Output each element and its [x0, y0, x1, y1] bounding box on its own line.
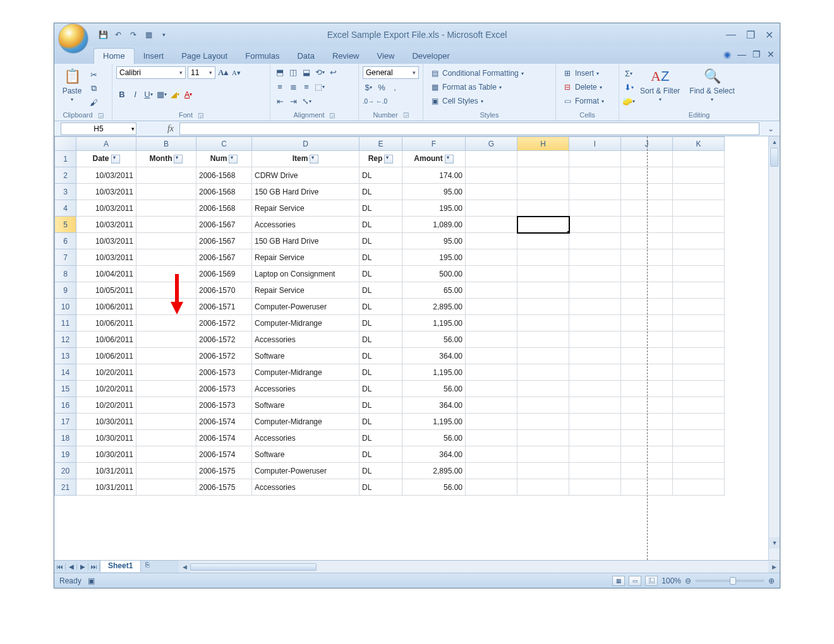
filter-date-icon[interactable] [111, 155, 120, 164]
cell[interactable] [517, 414, 569, 430]
cell[interactable]: DL [360, 217, 402, 233]
cell[interactable] [517, 348, 569, 364]
cell[interactable]: 56.00 [402, 430, 466, 446]
cell[interactable] [517, 364, 569, 381]
cell[interactable] [136, 249, 196, 266]
cell[interactable]: 2006-1575 [196, 463, 252, 479]
cell[interactable] [569, 463, 621, 479]
cell[interactable] [517, 200, 569, 217]
cell[interactable]: Software [252, 397, 360, 414]
cell[interactable] [673, 217, 725, 233]
cell[interactable]: 2006-1572 [196, 331, 252, 348]
cell[interactable] [673, 233, 725, 249]
cell[interactable] [569, 184, 621, 200]
col-header-E[interactable]: E [360, 137, 402, 151]
cell[interactable] [517, 151, 569, 167]
cell[interactable]: Accessories [252, 479, 360, 496]
cell[interactable] [466, 282, 517, 299]
cell[interactable] [136, 397, 196, 414]
cell[interactable]: 364.00 [402, 397, 466, 414]
row-header-3[interactable]: 3 [55, 184, 76, 200]
cell[interactable]: 2006-1572 [196, 348, 252, 364]
cell[interactable]: 10/04/2011 [76, 266, 136, 282]
new-sheet-icon[interactable]: ⎘ [141, 561, 154, 573]
cell[interactable]: DL [360, 479, 402, 496]
cell[interactable]: 2006-1568 [196, 200, 252, 217]
delete-cells-button[interactable]: ⊟Delete▾ [560, 81, 615, 93]
cell[interactable]: 2006-1573 [196, 397, 252, 414]
page-layout-view-icon[interactable]: ▭ [629, 576, 641, 586]
cell[interactable] [466, 397, 517, 414]
row-header-2[interactable]: 2 [55, 167, 76, 184]
cell[interactable]: 10/03/2011 [76, 217, 136, 233]
filter-item-icon[interactable] [310, 155, 318, 164]
cell[interactable] [517, 331, 569, 348]
office-button[interactable] [58, 23, 88, 54]
cell[interactable] [569, 381, 621, 397]
row-header-1[interactable]: 1 [55, 151, 76, 167]
conditional-formatting-button[interactable]: ▤Conditional Formatting▾ [427, 68, 552, 79]
cell[interactable]: DL [360, 331, 402, 348]
cell[interactable]: 10/31/2011 [76, 479, 136, 496]
cell[interactable] [466, 184, 517, 200]
cell[interactable]: 150 GB Hard Drive [252, 233, 360, 249]
restore-icon[interactable]: ❐ [746, 29, 755, 41]
cell[interactable] [517, 430, 569, 446]
col-header-H[interactable]: H [517, 137, 569, 151]
cell[interactable]: 95.00 [402, 233, 466, 249]
cell[interactable]: Accessories [252, 217, 360, 233]
tab-data[interactable]: Data [288, 49, 323, 64]
cell[interactable] [466, 299, 517, 315]
comma-icon[interactable]: , [389, 81, 401, 93]
horizontal-scrollbar[interactable]: ◀ ▶ [179, 561, 780, 573]
filter-num-icon[interactable] [229, 155, 238, 164]
cell[interactable]: Accessories [252, 381, 360, 397]
row-header-16[interactable]: 16 [55, 397, 76, 414]
tab-developer[interactable]: Developer [403, 49, 458, 64]
cell[interactable]: 10/03/2011 [76, 184, 136, 200]
italic-icon[interactable]: I [130, 89, 141, 100]
format-cells-button[interactable]: ▭Format▾ [560, 95, 615, 107]
cell[interactable]: Computer-Poweruser [252, 299, 360, 315]
cell[interactable] [136, 266, 196, 282]
cell[interactable]: 2006-1568 [196, 184, 252, 200]
cell[interactable] [517, 282, 569, 299]
cell[interactable] [517, 299, 569, 315]
cell[interactable] [466, 348, 517, 364]
cell[interactable] [569, 315, 621, 331]
cell[interactable] [673, 266, 725, 282]
row-header-5[interactable]: 5 [55, 217, 76, 233]
align-bottom-icon[interactable]: ⬓ [301, 66, 312, 78]
cell[interactable] [673, 364, 725, 381]
cell[interactable]: Software [252, 348, 360, 364]
cell[interactable]: Computer-Midrange [252, 364, 360, 381]
cell[interactable] [517, 184, 569, 200]
zoom-in-icon[interactable]: ⊕ [768, 576, 775, 585]
cell[interactable]: Computer-Poweruser [252, 463, 360, 479]
cell[interactable]: DL [360, 315, 402, 331]
cell[interactable] [569, 331, 621, 348]
zoom-slider[interactable] [695, 580, 764, 582]
cell[interactable] [569, 479, 621, 496]
cell[interactable] [517, 479, 569, 496]
cell[interactable]: DL [360, 200, 402, 217]
cell[interactable]: DL [360, 266, 402, 282]
cell[interactable] [569, 430, 621, 446]
cell[interactable] [673, 446, 725, 463]
cell[interactable] [517, 463, 569, 479]
tab-view[interactable]: View [368, 49, 404, 64]
cell[interactable]: 2006-1567 [196, 249, 252, 266]
cell[interactable] [466, 463, 517, 479]
font-color-icon[interactable]: A▾ [183, 89, 194, 100]
align-center-icon[interactable]: ≣ [287, 81, 299, 92]
col-header-F[interactable]: F [402, 137, 466, 151]
tab-insert[interactable]: Insert [135, 49, 173, 64]
cell[interactable] [517, 249, 569, 266]
cell[interactable]: 364.00 [402, 446, 466, 463]
cell[interactable]: 2006-1567 [196, 217, 252, 233]
tab-formulas[interactable]: Formulas [236, 49, 288, 64]
cell[interactable] [136, 315, 196, 331]
cell[interactable] [673, 184, 725, 200]
scroll-right-icon[interactable]: ▶ [768, 561, 780, 573]
cell[interactable]: 2006-1574 [196, 414, 252, 430]
